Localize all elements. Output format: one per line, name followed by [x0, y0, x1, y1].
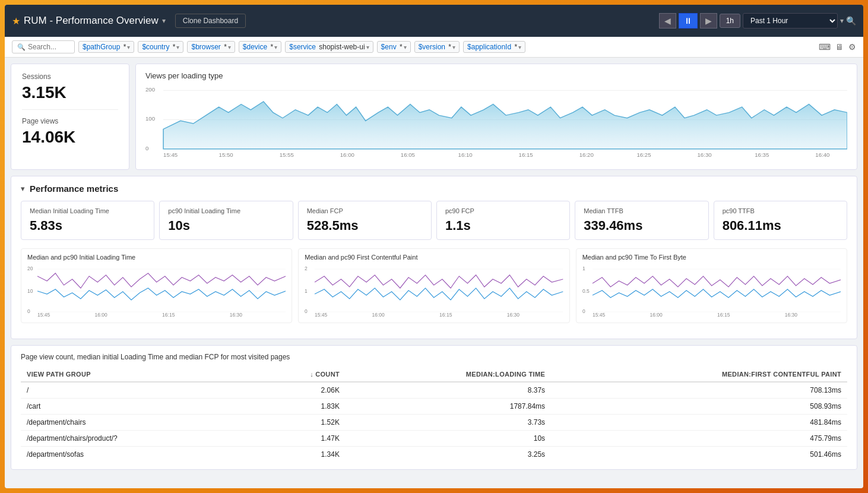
cell-fcp-1: 508.93ms — [551, 399, 847, 415]
time-pause-button[interactable]: ⏸ — [679, 13, 698, 29]
search-header-icon[interactable]: 🔍 — [846, 16, 856, 26]
filter-tag-version[interactable]: $version * ▾ — [414, 41, 460, 53]
svg-text:15:45: 15:45 — [593, 312, 605, 318]
mini-chart-svg-0: 20 10 0 15:45 16:00 — [27, 264, 286, 318]
filter-tag-browser[interactable]: $browser * ▾ — [187, 41, 235, 53]
svg-text:0: 0 — [582, 308, 585, 314]
metric-label-2: Median FCP — [307, 207, 423, 214]
svg-text:0: 0 — [305, 308, 308, 314]
filter-tag-pathgroup[interactable]: $pathGroup * ▾ — [78, 41, 134, 53]
sessions-label: Sessions — [22, 72, 118, 81]
col-header-path[interactable]: VIEW PATH GROUP — [21, 367, 252, 382]
y-label-200: 200 — [145, 87, 155, 93]
pageviews-stat: Page views 14.06K — [22, 117, 118, 147]
col-header-fcp[interactable]: MEDIAN:FIRST CONTENTFUL PAINT — [551, 367, 847, 382]
time-1h-button[interactable]: 1h — [720, 14, 740, 28]
cell-path-3: /department/chairs/product/? — [21, 431, 252, 447]
svg-text:16:15: 16:15 — [439, 312, 452, 318]
time-range-select[interactable]: Past 1 Hour Past 15 Minutes Past 3 Hours… — [743, 13, 838, 29]
cell-count-3: 1.47K — [252, 431, 346, 447]
table-row: /department/chairs/product/? 1.47K 10s 4… — [21, 431, 847, 447]
mini-chart-0: Median and pc90 Initial Loading Time 20 … — [21, 248, 292, 323]
metric-label-3: pc90 FCP — [445, 207, 561, 214]
search-input-wrap[interactable]: 🔍 — [12, 40, 75, 53]
views-chart-panel: Views per loading type 200 100 0 — [135, 64, 857, 170]
data-table: VIEW PATH GROUP ↓COUNT MEDIAN:LOADING TI… — [21, 367, 847, 462]
cell-count-4: 1.34K — [252, 447, 346, 463]
clone-dashboard-button[interactable]: Clone Dashboard — [175, 14, 246, 28]
search-input[interactable] — [28, 43, 69, 51]
svg-text:15:45: 15:45 — [163, 152, 178, 157]
keyboard-icon[interactable]: ⌨ — [819, 42, 831, 52]
time-control: ◀ ⏸ ▶ 1h Past 1 Hour Past 15 Minutes Pas… — [659, 13, 856, 29]
settings-icon[interactable]: ⚙ — [848, 42, 856, 52]
filter-country-chevron-icon: ▾ — [176, 44, 179, 50]
monitor-icon[interactable]: 🖥 — [835, 42, 844, 52]
table-description: Page view count, median initial Loading … — [21, 353, 847, 361]
svg-text:16:15: 16:15 — [162, 312, 175, 318]
svg-text:15:55: 15:55 — [280, 152, 294, 157]
metric-card-3: pc90 FCP 1.1s — [436, 201, 570, 240]
metric-card-1: pc90 Initial Loading Time 10s — [159, 201, 293, 240]
y-label-100: 100 — [145, 116, 155, 122]
svg-text:16:05: 16:05 — [401, 152, 415, 157]
pageviews-label: Page views — [22, 117, 118, 125]
table-row: / 2.06K 8.37s 708.13ms — [21, 382, 847, 399]
metric-label-4: Median TTFB — [584, 207, 699, 214]
filter-version-chevron-icon: ▾ — [452, 44, 455, 50]
cell-fcp-4: 501.46ms — [551, 447, 847, 463]
header-bar: ★ RUM - Performance Overview ▾ Clone Das… — [5, 5, 863, 37]
metrics-charts: Median and pc90 Initial Loading Time 20 … — [21, 248, 847, 323]
metrics-cards: Median Initial Loading Time 5.83s pc90 I… — [21, 201, 847, 240]
time-prev-button[interactable]: ◀ — [659, 13, 676, 29]
cell-loading-1: 1787.84ms — [346, 399, 551, 415]
col-header-count[interactable]: ↓COUNT — [252, 367, 346, 382]
filter-browser-chevron-icon: ▾ — [228, 44, 231, 50]
cell-loading-3: 10s — [346, 431, 551, 447]
performance-section: ▾ Performance metrics Median Initial Loa… — [11, 176, 857, 339]
filter-tag-env[interactable]: $env * ▾ — [377, 41, 411, 53]
section-title: Performance metrics — [30, 184, 118, 194]
svg-text:16:00: 16:00 — [95, 312, 107, 318]
metric-card-0: Median Initial Loading Time 5.83s — [21, 201, 154, 240]
time-next-button[interactable]: ▶ — [700, 13, 717, 29]
sessions-stat: Sessions 3.15K — [22, 72, 118, 102]
svg-text:1: 1 — [582, 266, 585, 271]
filter-tag-device[interactable]: $device * ▾ — [239, 41, 281, 53]
cell-fcp-0: 708.13ms — [551, 382, 847, 399]
cell-fcp-2: 481.84ms — [551, 415, 847, 431]
mini-chart-title-2: Median and pc90 Time To First Byte — [582, 254, 841, 261]
mini-chart-svg-2: 1 0.5 0 15:45 16:00 16:15 — [582, 264, 841, 318]
mini-chart-title-0: Median and pc90 Initial Loading Time — [27, 254, 286, 261]
section-header: ▾ Performance metrics — [21, 184, 847, 194]
metric-value-5: 806.11ms — [723, 218, 838, 233]
cell-path-0: / — [21, 382, 252, 399]
cell-path-4: /department/sofas — [21, 447, 252, 463]
y-label-0: 0 — [145, 146, 148, 151]
filter-tag-country[interactable]: $country * ▾ — [138, 41, 183, 53]
table-row: /department/chairs 1.52K 3.73s 481.84ms — [21, 415, 847, 431]
sort-icon: ↓ — [310, 371, 313, 378]
svg-text:16:20: 16:20 — [579, 152, 594, 157]
mini-chart-title-1: Median and pc90 First Contentful Paint — [305, 254, 563, 261]
col-header-loading[interactable]: MEDIAN:LOADING TIME — [346, 367, 551, 382]
page-title: RUM - Performance Overview — [24, 15, 159, 27]
filter-tag-applicationid[interactable]: $applicationId * ▾ — [463, 41, 525, 53]
pageviews-value: 14.06K — [22, 128, 118, 147]
svg-text:16:15: 16:15 — [519, 152, 533, 157]
metric-label-5: pc90 TTFB — [723, 207, 838, 214]
table-header-row: VIEW PATH GROUP ↓COUNT MEDIAN:LOADING TI… — [21, 367, 847, 382]
svg-text:16:35: 16:35 — [755, 152, 769, 157]
filter-pathgroup-chevron-icon: ▾ — [127, 44, 130, 50]
metric-value-3: 1.1s — [445, 218, 561, 233]
metric-value-1: 10s — [168, 218, 284, 233]
star-icon: ★ — [12, 15, 20, 27]
metric-value-2: 528.5ms — [307, 218, 423, 233]
mini-chart-1: Median and pc90 First Contentful Paint 2… — [298, 248, 569, 323]
metric-card-4: Median TTFB 339.46ms — [575, 201, 708, 240]
section-toggle-icon[interactable]: ▾ — [21, 184, 25, 193]
filter-tag-service[interactable]: $service shopist-web-ui ▾ — [285, 41, 373, 53]
title-chevron-icon[interactable]: ▾ — [162, 17, 166, 25]
sessions-value: 3.15K — [22, 83, 118, 102]
svg-text:15:45: 15:45 — [37, 312, 50, 318]
